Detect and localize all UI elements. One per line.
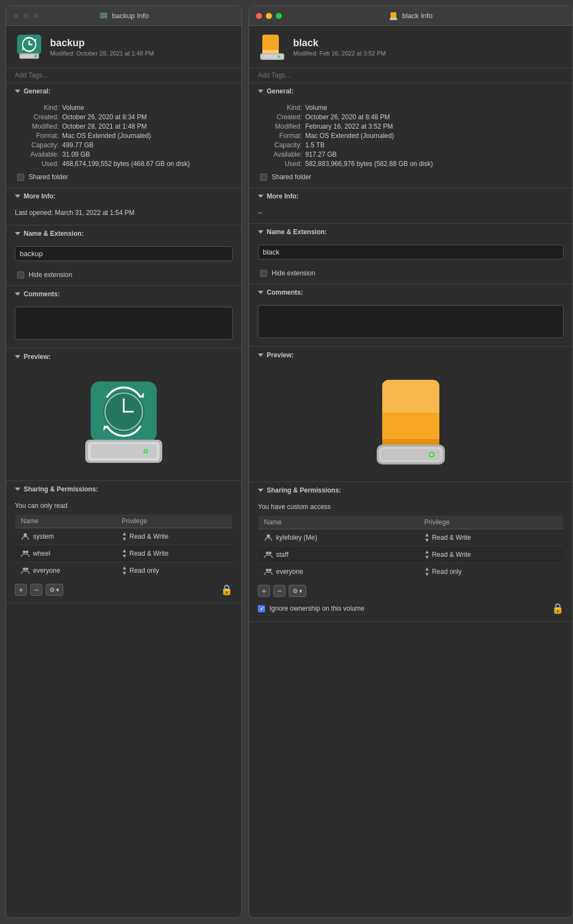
backup-modified: Modified: October 28, 2021 at 1:48 PM	[50, 50, 233, 57]
name-ext-title-right: Name & Extension:	[267, 228, 327, 236]
preview-header-left[interactable]: Preview:	[6, 348, 241, 365]
list-item: everyone	[258, 563, 419, 580]
comments-body-right	[249, 301, 572, 346]
name-ext-header-left[interactable]: Name & Extension:	[6, 225, 241, 242]
comments-header-right[interactable]: Comments:	[249, 284, 572, 301]
sharing-header-left[interactable]: Sharing & Permissions:	[6, 481, 241, 497]
preview-body-left	[6, 365, 241, 480]
more-info-header-right[interactable]: More Info:	[249, 188, 572, 204]
window-title-left: backup Info	[98, 11, 148, 21]
format-row-left: Format: Mac OS Extended (Journaled)	[15, 132, 233, 140]
used-value-right: 582,883,966,976 bytes (582.88 GB on disk…	[305, 160, 564, 168]
last-opened-value-left: Last opened: March 31, 2022 at 1:54 PM	[15, 209, 233, 217]
capacity-value-right: 1.5 TB	[305, 141, 564, 149]
preview-header-right[interactable]: Preview:	[249, 347, 572, 363]
privilege-arrows: ▲▼	[122, 548, 127, 559]
table-row: system ▲▼ Read & Write	[15, 528, 233, 545]
gear-button-right[interactable]: ⚙ ▾	[289, 585, 306, 597]
comments-textarea-left[interactable]	[15, 307, 233, 340]
general-title-right: General:	[267, 87, 294, 95]
gear-dropdown-icon-right: ▾	[299, 588, 302, 595]
header-info-left: backup Modified: October 28, 2021 at 1:4…	[50, 37, 233, 57]
more-info-title-right: More Info:	[267, 192, 299, 200]
sharing-desc-right: You have custom access	[258, 503, 564, 511]
used-value-left: 468,674,199,552 bytes (468.67 GB on disk…	[62, 160, 233, 168]
close-button-right[interactable]	[256, 13, 262, 19]
lock-icon-left[interactable]: 🔒	[221, 584, 233, 595]
shared-folder-checkbox-left[interactable]	[17, 174, 24, 181]
list-item: staff	[258, 546, 419, 563]
sharing-body-left: You can only read Name Privilege system	[6, 497, 241, 602]
user-icon	[21, 566, 30, 575]
zoom-button-right[interactable]	[276, 13, 282, 19]
preview-icon-left	[80, 376, 168, 469]
table-row: kylefoley (Me) ▲▼ Read & Write	[258, 529, 564, 546]
remove-permission-button-left[interactable]: −	[30, 584, 42, 596]
tags-bar-right[interactable]	[249, 68, 572, 83]
window-body-right: black Modified: Feb 16, 2022 at 3:52 PM …	[249, 26, 572, 917]
ignore-ownership-label: Ignore ownership on this volume	[269, 605, 365, 612]
name-ext-header-right[interactable]: Name & Extension:	[249, 224, 572, 240]
more-info-body-right: --	[249, 204, 572, 223]
shared-folder-checkbox-right[interactable]	[260, 174, 267, 181]
add-permission-button-right[interactable]: +	[258, 585, 270, 597]
ignore-ownership-checkbox[interactable]	[258, 605, 265, 612]
general-title-left: General:	[24, 87, 51, 95]
lock-icon-right[interactable]: 🔒	[552, 602, 564, 615]
privilege-value: Read & Write	[432, 534, 471, 541]
permissions-table-right: Name Privilege kylefoley (Me) ▲▼ Read & …	[258, 515, 564, 580]
tags-bar-left[interactable]	[6, 68, 241, 83]
kind-row-left: Kind: Volume	[15, 104, 233, 112]
available-row-left: Available: 31.09 GB	[15, 151, 233, 158]
sharing-title-left: Sharing & Permissions:	[24, 485, 98, 493]
zoom-button-left[interactable]	[32, 13, 39, 19]
privilege-value: Read & Write	[432, 551, 471, 558]
comments-title-left: Comments:	[24, 290, 60, 298]
user-icon	[264, 567, 273, 576]
black-modified: Modified: Feb 16, 2022 at 3:52 PM	[293, 50, 564, 57]
sharing-header-right[interactable]: Sharing & Permissions:	[249, 482, 572, 499]
user-icon	[21, 549, 30, 558]
sharing-section-left: Sharing & Permissions: You can only read…	[6, 481, 241, 603]
hide-ext-label-left: Hide extension	[29, 271, 72, 279]
privilege-arrows: ▲▼	[425, 532, 430, 543]
col-privilege-right: Privilege	[419, 516, 564, 529]
name-field-left[interactable]	[15, 246, 233, 261]
black-drive-icon	[258, 32, 286, 61]
name-ext-section-right: Name & Extension: Hide extension	[249, 224, 572, 284]
tags-input-right[interactable]	[258, 71, 564, 79]
traffic-lights-left	[13, 13, 39, 19]
triangle-more-info-left	[15, 195, 20, 198]
hide-ext-checkbox-left[interactable]	[17, 272, 24, 279]
remove-permission-button-right[interactable]: −	[273, 585, 285, 597]
hide-ext-label-right: Hide extension	[272, 269, 315, 277]
minimize-button-right[interactable]	[266, 13, 272, 19]
svg-rect-27	[390, 18, 398, 20]
gear-button-left[interactable]: ⚙ ▾	[46, 584, 63, 596]
general-header-right[interactable]: General:	[249, 83, 572, 99]
triangle-comments-right	[258, 291, 263, 294]
sharing-body-right: You have custom access Name Privilege ky…	[249, 499, 572, 621]
more-info-header-left[interactable]: More Info:	[6, 188, 241, 204]
add-permission-button-left[interactable]: +	[15, 584, 27, 596]
used-row-right: Used: 582,883,966,976 bytes (582.88 GB o…	[258, 160, 564, 168]
window-body-left: backup Modified: October 28, 2021 at 1:4…	[6, 26, 241, 917]
tags-input-left[interactable]	[15, 71, 233, 79]
general-section-right: General: Kind: Volume Created: October 2…	[249, 83, 572, 188]
svg-point-21	[24, 533, 27, 536]
name-field-right[interactable]	[258, 245, 564, 259]
user-name: wheel	[33, 550, 50, 557]
close-button-left[interactable]	[13, 13, 19, 19]
general-header-left[interactable]: General:	[6, 83, 241, 99]
shared-folder-row-right: Shared folder	[258, 173, 564, 181]
privilege-cell: ▲▼ Read & Write	[116, 545, 232, 562]
general-body-left: Kind: Volume Created: October 26, 2020 a…	[6, 99, 241, 187]
comments-textarea-right[interactable]	[258, 305, 564, 338]
hide-ext-checkbox-right[interactable]	[260, 270, 267, 277]
minimize-button-left[interactable]	[23, 13, 29, 19]
comments-header-left[interactable]: Comments:	[6, 286, 241, 302]
list-item: kylefoley (Me)	[258, 529, 419, 546]
table-row: everyone ▲▼ Read only	[15, 562, 233, 579]
modified-value-right: February 16, 2022 at 3:52 PM	[305, 123, 564, 130]
capacity-row-left: Capacity: 499.77 GB	[15, 141, 233, 149]
